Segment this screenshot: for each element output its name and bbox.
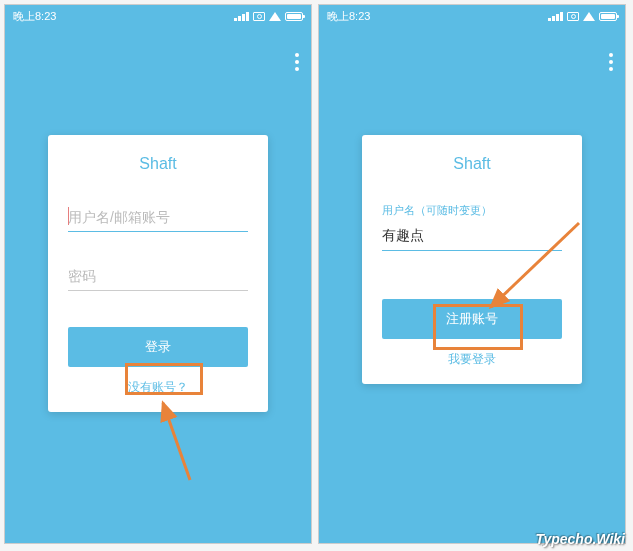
- username-field-wrap: 用户名（可随时变更）: [382, 203, 562, 251]
- no-account-link[interactable]: 没有账号？: [68, 367, 248, 398]
- status-indicators: [234, 12, 303, 21]
- text-cursor: [68, 207, 69, 225]
- signal-icon: [234, 12, 249, 21]
- register-card: Shaft 用户名（可随时变更） 注册账号 我要登录: [362, 135, 582, 384]
- status-indicators: [548, 12, 617, 21]
- status-time: 晚上8:23: [327, 9, 370, 24]
- username-input[interactable]: [382, 222, 562, 251]
- camera-icon: [253, 12, 265, 21]
- status-bar: 晚上8:23: [5, 5, 311, 27]
- register-button[interactable]: 注册账号: [382, 299, 562, 339]
- status-time: 晚上8:23: [13, 9, 56, 24]
- app-title: Shaft: [382, 155, 562, 173]
- username-input[interactable]: [68, 203, 248, 232]
- wifi-icon: [269, 12, 281, 21]
- phone-screen-login: 晚上8:23 Shaft 登录 没有账号？: [4, 4, 312, 544]
- status-bar: 晚上8:23: [319, 5, 625, 27]
- password-field-wrap: [68, 262, 248, 291]
- wifi-icon: [583, 12, 595, 21]
- phone-screen-register: 晚上8:23 Shaft 用户名（可随时变更） 注册账号 我要登录: [318, 4, 626, 544]
- overflow-menu-icon[interactable]: [609, 53, 613, 71]
- signal-icon: [548, 12, 563, 21]
- battery-icon: [285, 12, 303, 21]
- watermark-text: Typecho.Wiki: [535, 531, 625, 547]
- username-label: 用户名（可随时变更）: [382, 203, 562, 218]
- want-login-link[interactable]: 我要登录: [382, 339, 562, 370]
- app-title: Shaft: [68, 155, 248, 173]
- login-card: Shaft 登录 没有账号？: [48, 135, 268, 412]
- camera-icon: [567, 12, 579, 21]
- overflow-menu-icon[interactable]: [295, 53, 299, 71]
- battery-icon: [599, 12, 617, 21]
- svg-line-0: [163, 403, 190, 480]
- username-field-wrap: [68, 203, 248, 232]
- password-input[interactable]: [68, 262, 248, 291]
- login-button[interactable]: 登录: [68, 327, 248, 367]
